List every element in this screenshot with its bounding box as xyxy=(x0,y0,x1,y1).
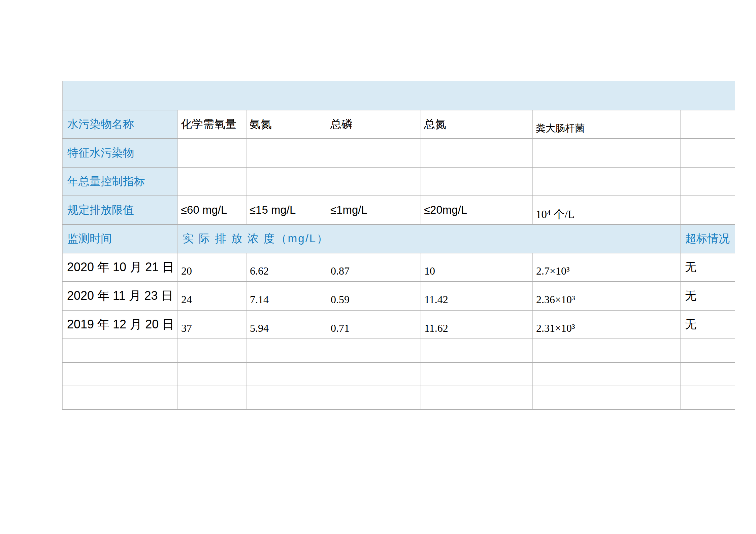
empty-cell xyxy=(63,386,178,410)
exceedance-status-header: 超标情况 xyxy=(681,224,735,253)
empty-cell xyxy=(421,167,533,196)
monitoring-date: 2020 年 10 月 21 日 xyxy=(63,253,178,282)
col-header-total-phosphorus: 总磷 xyxy=(327,110,421,139)
empty-cell xyxy=(681,362,735,386)
value-ammonia-nitrogen: 5.94 xyxy=(246,310,327,339)
empty-cell xyxy=(246,339,327,362)
empty-cell xyxy=(178,339,246,362)
empty-cell xyxy=(246,362,327,386)
empty-cell xyxy=(246,386,327,410)
empty-cell xyxy=(421,339,533,362)
limit-fecal-coliform: 10⁴ 个/L xyxy=(533,196,681,224)
water-pollutant-monitoring-table: 水污染物名称 化学需氧量 氨氮 总磷 总氮 粪大肠杆菌 特征水污染物 年总量控制… xyxy=(62,81,735,410)
value-cod: 24 xyxy=(178,282,246,310)
exceedance-status: 无 xyxy=(681,282,735,310)
empty-cell xyxy=(421,362,533,386)
limit-total-phosphorus: ≤1mg/L xyxy=(327,196,421,224)
exceedance-status: 无 xyxy=(681,310,735,339)
value-total-phosphorus: 0.87 xyxy=(327,253,421,282)
data-row-2019-12-20: 2019 年 12 月 20 日 37 5.94 0.71 11.62 2.31… xyxy=(63,310,735,339)
col-header-blank xyxy=(681,110,735,139)
top-band-cell xyxy=(63,81,735,110)
empty-cell xyxy=(178,167,246,196)
empty-cell xyxy=(327,339,421,362)
characteristic-pollutant-row: 特征水污染物 xyxy=(63,139,735,167)
empty-cell xyxy=(327,139,421,167)
col-header-ammonia-nitrogen: 氨氮 xyxy=(246,110,327,139)
value-ammonia-nitrogen: 7.14 xyxy=(246,282,327,310)
empty-cell xyxy=(681,339,735,362)
empty-cell xyxy=(533,139,681,167)
monitoring-time-header-row: 监测时间 实 际 排 放 浓 度（mg/L） 超标情况 xyxy=(63,224,735,253)
value-cod: 37 xyxy=(178,310,246,339)
empty-data-row xyxy=(63,339,735,362)
pollutant-name-row: 水污染物名称 化学需氧量 氨氮 总磷 总氮 粪大肠杆菌 xyxy=(63,110,735,139)
value-total-phosphorus: 0.59 xyxy=(327,282,421,310)
empty-cell xyxy=(421,139,533,167)
row-label-discharge-limit: 规定排放限值 xyxy=(63,196,178,224)
empty-cell xyxy=(681,139,735,167)
row-label-annual-total-control: 年总量控制指标 xyxy=(63,167,178,196)
empty-cell xyxy=(63,339,178,362)
monitoring-date: 2020 年 11 月 23 日 xyxy=(63,282,178,310)
empty-cell xyxy=(533,362,681,386)
value-total-phosphorus: 0.71 xyxy=(327,310,421,339)
top-band-row xyxy=(63,81,735,110)
value-ammonia-nitrogen: 6.62 xyxy=(246,253,327,282)
empty-cell xyxy=(327,362,421,386)
limit-ammonia-nitrogen: ≤15 mg/L xyxy=(246,196,327,224)
empty-data-row xyxy=(63,362,735,386)
col-header-total-nitrogen: 总氮 xyxy=(421,110,533,139)
empty-cell xyxy=(63,362,178,386)
document-page: 水污染物名称 化学需氧量 氨氮 总磷 总氮 粪大肠杆菌 特征水污染物 年总量控制… xyxy=(0,0,756,534)
empty-cell xyxy=(246,139,327,167)
value-fecal-coliform: 2.31×10³ xyxy=(533,310,681,339)
limit-cod: ≤60 mg/L xyxy=(178,196,246,224)
actual-concentration-header: 实 际 排 放 浓 度（mg/L） xyxy=(178,224,681,253)
empty-data-row xyxy=(63,386,735,410)
empty-cell xyxy=(421,386,533,410)
empty-cell xyxy=(681,167,735,196)
annual-total-control-row: 年总量控制指标 xyxy=(63,167,735,196)
empty-cell xyxy=(178,386,246,410)
value-cod: 20 xyxy=(178,253,246,282)
exceedance-status: 无 xyxy=(681,253,735,282)
col-header-fecal-coliform: 粪大肠杆菌 xyxy=(533,110,681,139)
discharge-limit-row: 规定排放限值 ≤60 mg/L ≤15 mg/L ≤1mg/L ≤20mg/L … xyxy=(63,196,735,224)
empty-cell xyxy=(681,386,735,410)
row-label-monitoring-time: 监测时间 xyxy=(63,224,178,253)
col-header-cod: 化学需氧量 xyxy=(178,110,246,139)
value-fecal-coliform: 2.7×10³ xyxy=(533,253,681,282)
empty-cell xyxy=(533,339,681,362)
empty-cell xyxy=(178,362,246,386)
empty-cell xyxy=(246,167,327,196)
empty-cell xyxy=(681,196,735,224)
value-total-nitrogen: 11.42 xyxy=(421,282,533,310)
limit-total-nitrogen: ≤20mg/L xyxy=(421,196,533,224)
value-total-nitrogen: 10 xyxy=(421,253,533,282)
data-row-2020-10-21: 2020 年 10 月 21 日 20 6.62 0.87 10 2.7×10³… xyxy=(63,253,735,282)
value-total-nitrogen: 11.62 xyxy=(421,310,533,339)
empty-cell xyxy=(533,167,681,196)
empty-cell xyxy=(327,167,421,196)
row-label-characteristic-pollutant: 特征水污染物 xyxy=(63,139,178,167)
value-fecal-coliform: 2.36×10³ xyxy=(533,282,681,310)
empty-cell xyxy=(533,386,681,410)
empty-cell xyxy=(178,139,246,167)
row-label-pollutant-name: 水污染物名称 xyxy=(63,110,178,139)
monitoring-date: 2019 年 12 月 20 日 xyxy=(63,310,178,339)
data-row-2020-11-23: 2020 年 11 月 23 日 24 7.14 0.59 11.42 2.36… xyxy=(63,282,735,310)
empty-cell xyxy=(327,386,421,410)
